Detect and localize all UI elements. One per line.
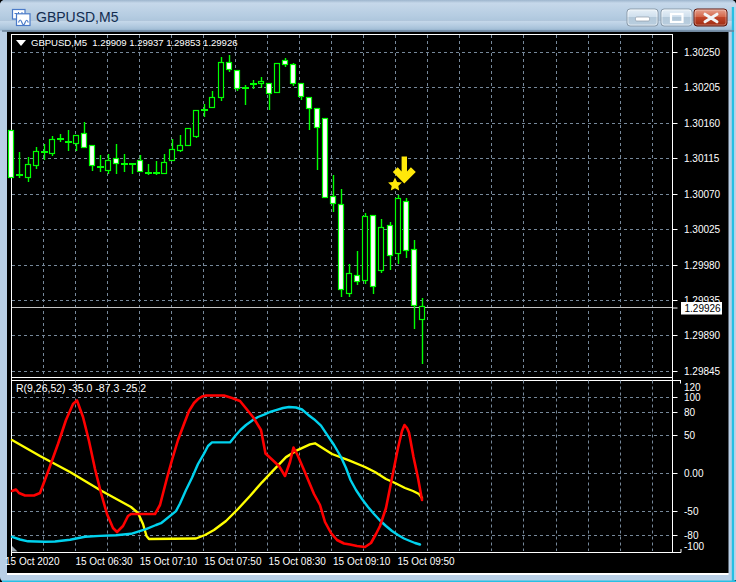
- svg-text:GBPUSD,M5 1.29909 1.29937 1.2: GBPUSD,M5 1.29909 1.29937 1.29853 1.2992…: [31, 37, 237, 48]
- svg-text:15 Oct 07:50: 15 Oct 07:50: [204, 556, 262, 567]
- svg-text:15 Oct 08:30: 15 Oct 08:30: [269, 556, 327, 567]
- svg-text:1.30250: 1.30250: [684, 47, 721, 58]
- svg-text:1.30160: 1.30160: [684, 118, 721, 129]
- svg-text:GBPUSD,M5: GBPUSD,M5: [36, 9, 119, 25]
- svg-text:1.30115: 1.30115: [684, 153, 720, 164]
- svg-text:80: 80: [684, 407, 696, 418]
- svg-text:1.30025: 1.30025: [684, 224, 721, 235]
- svg-text:15 Oct 2020: 15 Oct 2020: [5, 556, 60, 567]
- svg-text:1.29980: 1.29980: [684, 260, 721, 271]
- svg-text:15 Oct 09:50: 15 Oct 09:50: [397, 556, 455, 567]
- svg-text:R(9,26,52) -35.0 -87.3 -25.2: R(9,26,52) -35.0 -87.3 -25.2: [16, 382, 146, 394]
- svg-text:120: 120: [684, 382, 701, 393]
- svg-text:100: 100: [684, 392, 701, 403]
- svg-text:1.29926: 1.29926: [685, 303, 722, 314]
- svg-text:1.30205: 1.30205: [684, 82, 721, 93]
- svg-text:1.29845: 1.29845: [684, 366, 721, 377]
- svg-text:-80: -80: [684, 530, 699, 541]
- svg-text:15 Oct 07:10: 15 Oct 07:10: [140, 556, 198, 567]
- svg-text:-50: -50: [684, 506, 699, 517]
- svg-text:1.29890: 1.29890: [684, 330, 721, 341]
- svg-text:50: 50: [684, 430, 696, 441]
- svg-text:15 Oct 09:10: 15 Oct 09:10: [333, 556, 391, 567]
- svg-text:15 Oct 06:30: 15 Oct 06:30: [75, 556, 133, 567]
- svg-text:1.30070: 1.30070: [684, 189, 721, 200]
- svg-text:-100: -100: [684, 541, 704, 552]
- svg-text:0.00: 0.00: [684, 468, 704, 479]
